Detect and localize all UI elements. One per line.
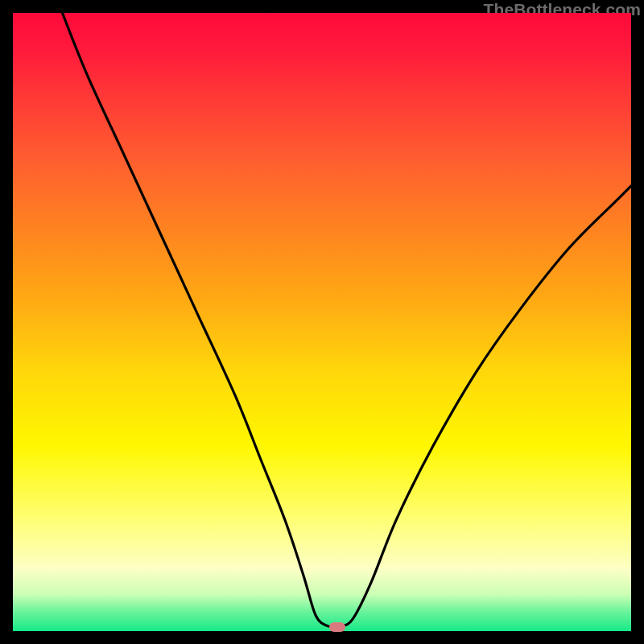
bottleneck-curve bbox=[13, 13, 631, 631]
plot-area bbox=[13, 13, 631, 631]
optimum-marker bbox=[329, 622, 345, 632]
chart-stage: TheBottleneck.com bbox=[0, 0, 644, 644]
